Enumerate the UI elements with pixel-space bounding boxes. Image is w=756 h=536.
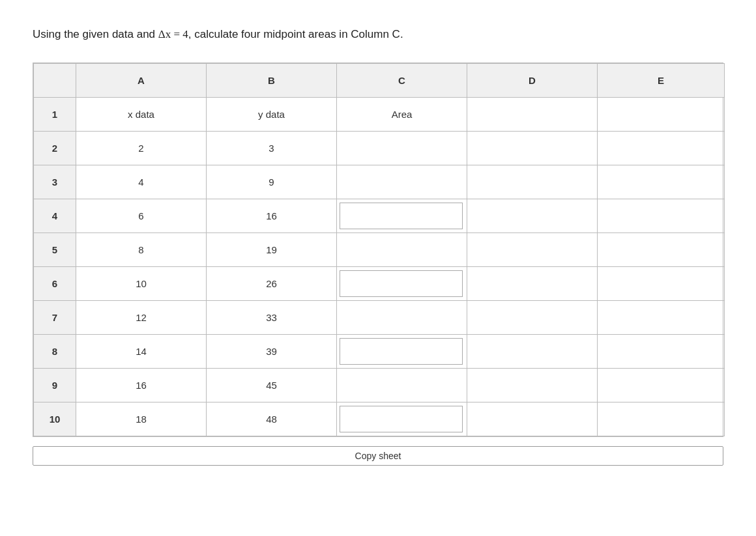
row-number: 9 (34, 368, 76, 402)
table-row: 61026 (34, 266, 725, 300)
cell-d-5 (467, 233, 598, 266)
cell-d-9 (467, 368, 598, 402)
cell-b-10: 48 (207, 402, 337, 436)
cell-b-1: y data (207, 97, 337, 131)
cell-e-1 (598, 97, 725, 131)
cell-b-9: 45 (207, 368, 337, 402)
cell-a-7: 12 (76, 300, 207, 334)
table-row: 71233 (34, 300, 725, 334)
cell-a-2: 2 (76, 131, 207, 165)
cell-d-7 (467, 300, 598, 334)
copy-sheet-button[interactable]: Copy sheet (33, 446, 723, 466)
cell-e-9 (598, 368, 725, 402)
cell-c-input-10[interactable] (340, 406, 463, 432)
cell-b-8: 39 (207, 334, 337, 368)
cell-c-input-4[interactable] (340, 203, 463, 229)
cell-d-4 (467, 199, 598, 233)
cell-c-6[interactable] (337, 266, 467, 300)
row-number: 6 (34, 266, 76, 300)
cell-e-4 (598, 199, 725, 233)
row-number: 7 (34, 300, 76, 334)
cell-d-3 (467, 165, 598, 199)
cell-d-1 (467, 97, 598, 131)
cell-a-1: x data (76, 97, 207, 131)
cell-c-7 (337, 300, 467, 334)
table-row: 5819 (34, 233, 725, 266)
cell-a-5: 8 (76, 233, 207, 266)
cell-b-3: 9 (207, 165, 337, 199)
instruction-after: , calculate four midpoint areas in Colum… (188, 28, 403, 40)
header-col-e: E (598, 63, 725, 97)
instruction-before: Using the given data and (33, 28, 158, 40)
row-number: 8 (34, 334, 76, 368)
cell-e-3 (598, 165, 725, 199)
row-number: 5 (34, 233, 76, 266)
cell-c-3 (337, 165, 467, 199)
table-row: 81439 (34, 334, 725, 368)
table-row: 101848 (34, 402, 725, 436)
cell-c-2 (337, 131, 467, 165)
table-row: 223 (34, 131, 725, 165)
cell-a-9: 16 (76, 368, 207, 402)
table-row: 4616 (34, 199, 725, 233)
cell-e-2 (598, 131, 725, 165)
cell-c-1: Area (337, 97, 467, 131)
cell-b-5: 19 (207, 233, 337, 266)
math-expression: Δx = 4 (158, 28, 188, 40)
cell-a-4: 6 (76, 199, 207, 233)
cell-e-10 (598, 402, 725, 436)
cell-c-10[interactable] (337, 402, 467, 436)
cell-e-7 (598, 300, 725, 334)
cell-c-5 (337, 233, 467, 266)
cell-a-3: 4 (76, 165, 207, 199)
column-header-row: A B C D E (34, 63, 725, 97)
cell-c-9 (337, 368, 467, 402)
cell-b-7: 33 (207, 300, 337, 334)
header-col-d: D (467, 63, 598, 97)
instruction-text: Using the given data and Δx = 4, calcula… (33, 26, 723, 43)
cell-b-2: 3 (207, 131, 337, 165)
header-col-b: B (207, 63, 337, 97)
header-col-a: A (76, 63, 207, 97)
cell-a-8: 14 (76, 334, 207, 368)
cell-d-6 (467, 266, 598, 300)
cell-e-6 (598, 266, 725, 300)
spreadsheet: A B C D E 1x datay dataArea2233494616581… (33, 63, 723, 437)
cell-b-4: 16 (207, 199, 337, 233)
cell-c-4[interactable] (337, 199, 467, 233)
cell-c-input-6[interactable] (340, 270, 463, 297)
cell-d-10 (467, 402, 598, 436)
table-row: 349 (34, 165, 725, 199)
row-number: 1 (34, 97, 76, 131)
cell-d-2 (467, 131, 598, 165)
cell-a-6: 10 (76, 266, 207, 300)
cell-e-8 (598, 334, 725, 368)
cell-e-5 (598, 233, 725, 266)
row-number: 4 (34, 199, 76, 233)
row-number: 3 (34, 165, 76, 199)
table-row: 1x datay dataArea (34, 97, 725, 131)
row-number: 10 (34, 402, 76, 436)
row-number: 2 (34, 131, 76, 165)
cell-c-8[interactable] (337, 334, 467, 368)
cell-b-6: 26 (207, 266, 337, 300)
data-table: A B C D E 1x datay dataArea2233494616581… (33, 63, 725, 436)
table-row: 91645 (34, 368, 725, 402)
header-col-c: C (337, 63, 467, 97)
cell-c-input-8[interactable] (340, 338, 463, 365)
cell-d-8 (467, 334, 598, 368)
cell-a-10: 18 (76, 402, 207, 436)
header-row-num (34, 63, 76, 97)
